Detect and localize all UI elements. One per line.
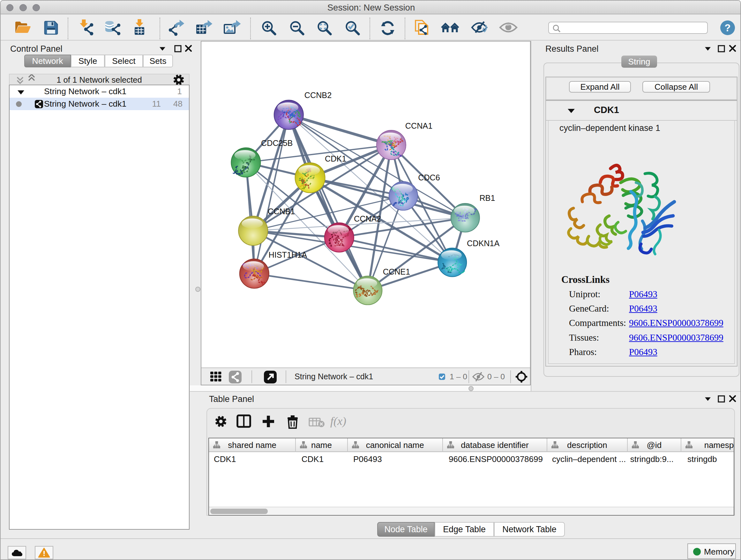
svg-text:CCNE1: CCNE1	[383, 267, 410, 276]
svg-text:CCNA2: CCNA2	[354, 214, 381, 223]
svg-text:HIST1H1A: HIST1H1A	[269, 250, 307, 259]
svg-text:CDKN1A: CDKN1A	[467, 239, 499, 248]
svg-text:RB1: RB1	[479, 193, 495, 202]
svg-text:?: ?	[725, 22, 731, 34]
svg-text:CDK1: CDK1	[325, 154, 346, 163]
svg-text:CCNB1: CCNB1	[268, 207, 295, 216]
svg-text:CDC25B: CDC25B	[261, 138, 293, 147]
svg-text:CDC6: CDC6	[418, 173, 440, 182]
svg-text:CCNB2: CCNB2	[305, 91, 332, 100]
svg-text:CCNA1: CCNA1	[405, 121, 432, 130]
